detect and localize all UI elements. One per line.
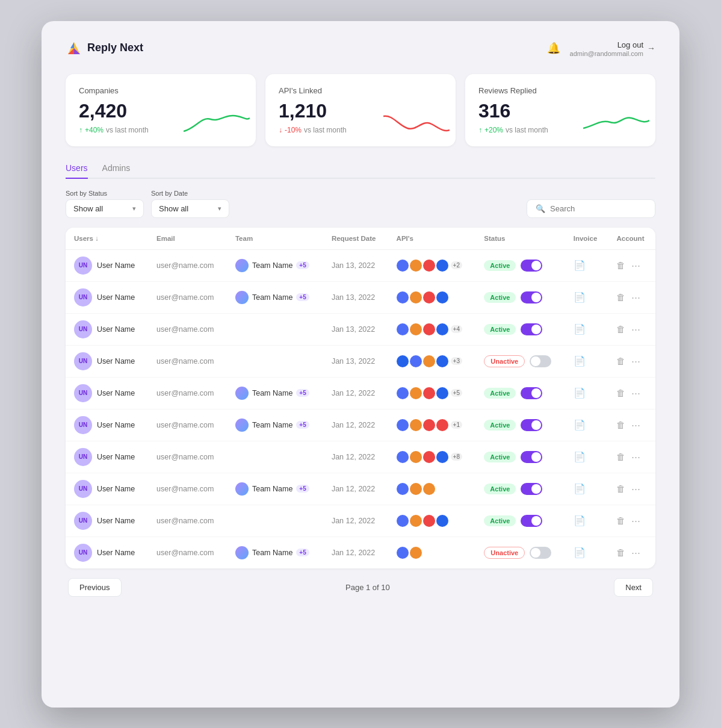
status-toggle[interactable] bbox=[530, 355, 551, 367]
user-email-cell: user@name.com bbox=[148, 409, 227, 441]
stat-title-reviews: Reviews Replied bbox=[478, 86, 642, 95]
team-cell: Team Name +5 bbox=[227, 409, 323, 441]
tab-users[interactable]: Users bbox=[66, 163, 88, 179]
delete-icon[interactable]: 🗑 bbox=[616, 484, 625, 494]
team-plus-badge: +5 bbox=[296, 549, 309, 556]
logout-button[interactable]: Log out admin@randommail.com → bbox=[570, 39, 655, 57]
user-email-cell: user@name.com bbox=[148, 505, 227, 537]
api-dot-icon bbox=[410, 451, 422, 463]
status-toggle[interactable] bbox=[521, 483, 542, 495]
avatar: UN bbox=[74, 384, 92, 402]
status-toggle[interactable] bbox=[521, 291, 542, 303]
search-box[interactable]: 🔍 bbox=[527, 199, 655, 218]
delete-icon[interactable]: 🗑 bbox=[616, 388, 625, 398]
team-name: Team Name bbox=[252, 261, 292, 270]
more-options-icon[interactable]: ⋯ bbox=[631, 484, 640, 494]
date-filter-select[interactable]: Show all ▾ bbox=[151, 199, 229, 218]
account-cell: 🗑 ⋯ bbox=[608, 441, 655, 473]
invoice-icon[interactable]: 📄 bbox=[574, 260, 586, 270]
logout-arrow-icon: → bbox=[647, 43, 655, 53]
api-dot-icon bbox=[397, 323, 409, 335]
api-plus-badge: +2 bbox=[451, 261, 462, 269]
user-name: User Name bbox=[97, 389, 135, 397]
user-name: User Name bbox=[97, 549, 135, 557]
stat-arrow-up-reviews: ↑ bbox=[478, 126, 482, 134]
invoice-icon[interactable]: 📄 bbox=[574, 452, 586, 462]
status-cell: Active bbox=[475, 313, 565, 345]
search-input[interactable] bbox=[550, 204, 646, 213]
invoice-cell: 📄 bbox=[565, 441, 608, 473]
status-badge: Active bbox=[484, 515, 516, 526]
api-dot-icon bbox=[397, 451, 409, 463]
api-dot-icon bbox=[423, 291, 435, 303]
delete-icon[interactable]: 🗑 bbox=[616, 260, 625, 270]
header-right: 🔔 Log out admin@randommail.com → bbox=[547, 39, 655, 57]
invoice-icon[interactable]: 📄 bbox=[574, 324, 586, 334]
status-toggle[interactable] bbox=[521, 387, 542, 399]
notification-bell-icon[interactable]: 🔔 bbox=[547, 42, 560, 55]
api-dot-icon bbox=[436, 323, 448, 335]
more-options-icon[interactable]: ⋯ bbox=[631, 260, 640, 271]
api-dot-icon bbox=[410, 419, 422, 431]
api-dot-icon bbox=[423, 451, 435, 463]
api-dot-icon bbox=[410, 547, 422, 559]
status-badge: Active bbox=[484, 484, 516, 494]
team-name: Team Name bbox=[252, 485, 292, 493]
status-toggle[interactable] bbox=[521, 451, 542, 463]
th-users: Users ↓ bbox=[66, 228, 148, 250]
more-options-icon[interactable]: ⋯ bbox=[631, 324, 640, 335]
table-row: UN User Name user@name.com Team Name +5 … bbox=[66, 473, 655, 505]
status-cell: Unactive bbox=[475, 345, 565, 377]
more-options-icon[interactable]: ⋯ bbox=[631, 356, 640, 367]
request-date-cell: Jan 13, 2022 bbox=[323, 345, 388, 377]
invoice-icon[interactable]: 📄 bbox=[574, 547, 586, 558]
user-name: User Name bbox=[97, 485, 135, 493]
more-options-icon[interactable]: ⋯ bbox=[631, 547, 640, 558]
previous-button[interactable]: Previous bbox=[68, 578, 122, 597]
api-dot-icon bbox=[410, 291, 422, 303]
more-options-icon[interactable]: ⋯ bbox=[631, 420, 640, 431]
th-account: Account bbox=[608, 228, 655, 250]
invoice-icon[interactable]: 📄 bbox=[574, 420, 586, 430]
status-cell: Active bbox=[475, 441, 565, 473]
api-dot-icon bbox=[436, 387, 448, 399]
status-toggle[interactable] bbox=[521, 260, 542, 272]
delete-icon[interactable]: 🗑 bbox=[616, 356, 625, 366]
account-cell: 🗑 ⋯ bbox=[608, 537, 655, 568]
user-name: User Name bbox=[97, 453, 135, 461]
more-options-icon[interactable]: ⋯ bbox=[631, 452, 640, 462]
status-toggle[interactable] bbox=[521, 323, 542, 335]
more-options-icon[interactable]: ⋯ bbox=[631, 388, 640, 399]
delete-icon[interactable]: 🗑 bbox=[616, 515, 625, 526]
apis-cell bbox=[388, 281, 476, 313]
status-toggle[interactable] bbox=[521, 419, 542, 431]
delete-icon[interactable]: 🗑 bbox=[616, 547, 625, 558]
more-options-icon[interactable]: ⋯ bbox=[631, 292, 640, 303]
status-filter-select[interactable]: Show all ▾ bbox=[66, 199, 144, 218]
team-plus-badge: +5 bbox=[296, 485, 309, 493]
invoice-icon[interactable]: 📄 bbox=[574, 356, 586, 366]
more-options-icon[interactable]: ⋯ bbox=[631, 515, 640, 526]
team-cell: Team Name +5 bbox=[227, 249, 323, 281]
status-toggle[interactable] bbox=[530, 547, 551, 559]
invoice-icon[interactable]: 📄 bbox=[574, 388, 586, 398]
tab-admins[interactable]: Admins bbox=[102, 163, 131, 179]
status-cell: Active bbox=[475, 473, 565, 505]
avatar: UN bbox=[74, 257, 92, 275]
team-name: Team Name bbox=[252, 549, 292, 557]
invoice-icon[interactable]: 📄 bbox=[574, 515, 586, 526]
th-status: Status bbox=[475, 228, 565, 250]
pagination: Previous Page 1 of 10 Next bbox=[66, 578, 655, 597]
delete-icon[interactable]: 🗑 bbox=[616, 452, 625, 462]
delete-icon[interactable]: 🗑 bbox=[616, 292, 625, 302]
chevron-down-date-icon: ▾ bbox=[218, 205, 221, 213]
status-toggle[interactable] bbox=[521, 515, 542, 527]
invoice-icon[interactable]: 📄 bbox=[574, 484, 586, 494]
invoice-icon[interactable]: 📄 bbox=[574, 292, 586, 302]
delete-icon[interactable]: 🗑 bbox=[616, 324, 625, 334]
request-date-cell: Jan 12, 2022 bbox=[323, 505, 388, 537]
stat-card-reviews: Reviews Replied 316 ↑ +20% vs last month bbox=[465, 74, 655, 146]
apis-cell: +2 bbox=[388, 249, 476, 281]
delete-icon[interactable]: 🗑 bbox=[616, 420, 625, 430]
next-button[interactable]: Next bbox=[614, 578, 653, 597]
